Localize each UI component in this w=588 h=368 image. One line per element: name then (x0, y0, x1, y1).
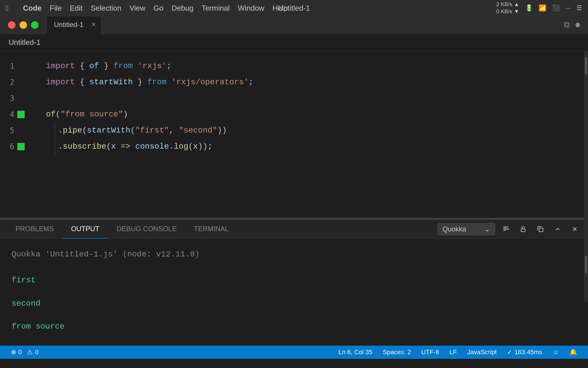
code-line-3 (43, 90, 584, 106)
gutter-row-2: 2 (0, 74, 43, 90)
gutter-row-1: 1 (0, 58, 43, 74)
editor-tab-untitled[interactable]: Untitled-1 ✕ (47, 16, 101, 34)
encoding[interactable]: UTF-8 (416, 346, 444, 359)
tab-debug-console[interactable]: DEBUG CONSOLE (108, 220, 185, 239)
svg-rect-1 (503, 228, 507, 228)
code-line-1: import { of } from 'rxjs' ; (43, 58, 584, 74)
tab-terminal[interactable]: TERMINAL (185, 220, 237, 239)
wifi-icon: 📶 (539, 4, 546, 12)
menu-file[interactable]: File (50, 4, 62, 13)
chevron-down-icon: ⌄ (484, 225, 490, 233)
maximize-button[interactable] (31, 21, 38, 29)
error-count[interactable]: ⊗ 0 ⚠ 0 (6, 346, 44, 359)
output-content: Quokka 'Untitled-1.js' (node: v12.11.0) … (0, 239, 588, 346)
close-panel-icon[interactable] (568, 223, 581, 235)
menu-go[interactable]: Go (154, 4, 164, 13)
indentation[interactable]: Spaces: 2 (378, 346, 416, 359)
close-button[interactable] (8, 21, 16, 29)
dropdown-label: Quokka (442, 225, 466, 233)
menu-window[interactable]: Window (238, 4, 264, 13)
status-bar: ⊗ 0 ⚠ 0 Ln 6, Col 35 Spaces: 2 UTF-8 LF … (0, 346, 588, 359)
status-left: ⊗ 0 ⚠ 0 (6, 346, 44, 359)
svg-rect-2 (503, 229, 507, 229)
traffic-lights (8, 21, 38, 29)
bottom-panel: PROBLEMS OUTPUT DEBUG CONSOLE TERMINAL Q… (0, 220, 588, 346)
bluetooth-icon: ⬛ (552, 4, 560, 12)
error-icon: ⊗ (11, 348, 16, 356)
window-title: Untitled-1 (278, 4, 310, 13)
output-source-dropdown[interactable]: Quokka ⌄ (438, 223, 495, 235)
panel-tabs: PROBLEMS OUTPUT DEBUG CONSOLE TERMINAL Q… (0, 220, 588, 239)
menu-bar: Code File Edit Selection View Go Debug T… (0, 4, 288, 13)
code-line-5: . pipe ( startWith ( "first" , "second" … (43, 122, 584, 139)
svg-rect-6 (521, 229, 525, 232)
editor-header: Untitled-1 (0, 34, 588, 51)
output-scrollbar[interactable] (584, 170, 588, 302)
error-count-label: 0 (18, 348, 22, 356)
menu-selection[interactable]: Selection (91, 4, 121, 13)
gutter-row-4: 4 (0, 106, 43, 122)
menu-terminal[interactable]: Terminal (202, 4, 230, 13)
svg-rect-7 (539, 228, 543, 232)
minimize-button[interactable] (20, 21, 27, 29)
warning-icon: ⚠ (27, 348, 33, 356)
check-icon: ✓ (507, 348, 512, 356)
quokka-timing[interactable]: ✓ 163.45ms (502, 346, 548, 359)
list-icon: ☰ (577, 4, 582, 12)
code-line-6: . subscribe ( x => console . log ( x )); (43, 139, 584, 155)
svg-rect-0 (503, 227, 508, 227)
gutter-row-3: 3 (0, 90, 43, 106)
tab-output[interactable]: OUTPUT (62, 220, 108, 239)
editor-area[interactable]: 1 2 3 4 5 6 import (0, 51, 588, 218)
tab-close-icon[interactable]: ✕ (91, 21, 96, 28)
output-scrollbar-thumb[interactable] (585, 256, 587, 273)
lock-icon[interactable] (517, 223, 529, 235)
output-line-second: second (11, 296, 577, 311)
status-right: Ln 6, Col 35 Spaces: 2 UTF-8 LF JavaScri… (333, 346, 582, 359)
code-editor[interactable]: import { of } from 'rxjs' ; import { sta… (43, 51, 584, 218)
output-line-from-source: from source (11, 319, 577, 334)
editor-dot-icon (575, 23, 580, 27)
warning-count-label: 0 (35, 348, 38, 356)
battery-icon: 🔋 (525, 4, 533, 12)
gutter-row-6: 6 (0, 139, 43, 155)
tab-problems[interactable]: PROBLEMS (7, 220, 62, 239)
menu-extra-icon: ··· (566, 4, 571, 12)
cursor-position[interactable]: Ln 6, Col 35 (333, 346, 378, 359)
svg-rect-3 (503, 230, 506, 231)
panel-tab-controls: Quokka ⌄ (438, 223, 581, 235)
apple-logo-icon:  (6, 4, 9, 13)
code-line-2: import { startWith } from 'rxjs/operator… (43, 74, 584, 90)
scrollbar-thumb[interactable] (585, 57, 587, 74)
tab-label: Untitled-1 (54, 21, 84, 29)
language-mode[interactable]: JavaScript (462, 346, 502, 359)
copy-icon[interactable] (534, 223, 547, 235)
menu-code[interactable]: Code (23, 4, 42, 13)
clear-output-icon[interactable] (500, 223, 512, 235)
output-header-line: Quokka 'Untitled-1.js' (node: v12.11.0) (11, 247, 577, 262)
file-breadcrumb: Untitled-1 (9, 38, 40, 47)
gutter-row-5: 5 (0, 122, 43, 139)
code-line-4: of ( "from source" ) (43, 106, 584, 122)
window-chrome: Untitled-1 ✕ ⧉ (0, 16, 588, 34)
output-line-first: first (11, 273, 577, 288)
bell-icon[interactable]: 🔔 (564, 346, 582, 359)
network-stats: 2 KB/s ▲ 0 KB/s ▼ (496, 1, 519, 15)
line-gutter: 1 2 3 4 5 6 (0, 51, 43, 218)
smiley-icon[interactable]: ☺ (548, 346, 564, 359)
titlebar-right: 2 KB/s ▲ 0 KB/s ▼ 🔋 📶 ⬛ ··· ☰ (496, 1, 582, 15)
split-editor-icon[interactable]: ⧉ (564, 20, 570, 30)
chevron-up-icon[interactable] (551, 223, 564, 235)
titlebar:  Code File Edit Selection View Go Debug… (0, 0, 588, 16)
line-ending[interactable]: LF (444, 346, 462, 359)
menu-debug[interactable]: Debug (171, 4, 194, 13)
menu-view[interactable]: View (129, 4, 146, 13)
menu-edit[interactable]: Edit (70, 4, 83, 13)
